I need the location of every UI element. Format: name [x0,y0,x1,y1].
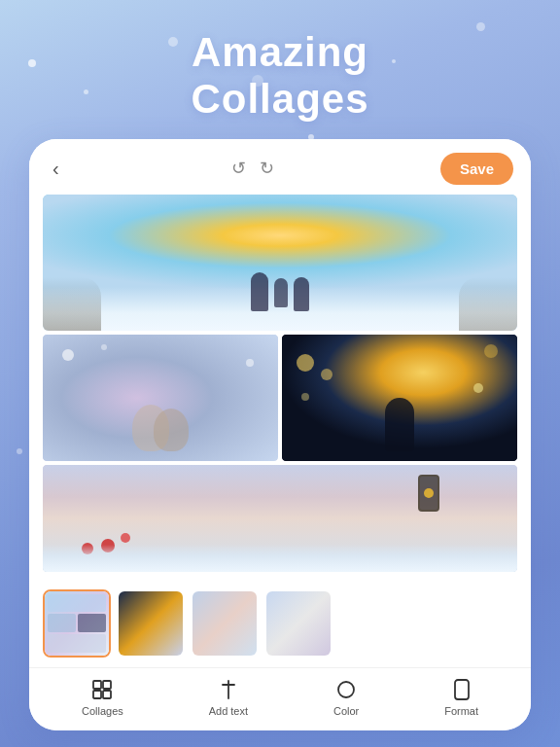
ornament-2 [121,533,130,543]
light-5 [301,393,309,401]
toolbar: ‹ ↺ ↻ Save [29,139,531,195]
back-button[interactable]: ‹ [47,156,65,182]
person-silhouette [385,398,414,451]
bokeh-1 [62,349,74,361]
nav-label-collages: Collages [82,705,123,717]
svg-rect-3 [103,691,111,698]
nav-label-color: Color [333,705,359,717]
nav-item-format[interactable]: Format [444,678,478,717]
collage-row-bottom [43,465,517,572]
color-icon [334,678,358,701]
nav-label-add-text: Add text [209,705,248,717]
svg-point-6 [338,682,354,697]
thumb-inner-2 [119,591,183,656]
nav-label-format: Format [444,705,478,717]
photo-top [43,195,517,331]
light-1 [297,354,314,372]
collage-cell-mid-right[interactable] [282,335,517,461]
thumb-inner-3 [192,591,257,656]
app-card: ‹ ↺ ↻ Save [29,139,531,730]
svg-rect-1 [103,681,111,689]
nav-item-add-text[interactable]: Add text [209,678,248,717]
title-line2: Collages [191,76,368,122]
save-button[interactable]: Save [440,153,513,185]
undo-button[interactable]: ↺ [231,158,246,179]
faces-left [124,405,196,451]
svg-rect-7 [455,680,469,699]
collage-cell-mid-left[interactable] [43,335,278,461]
tree-left [43,277,101,331]
bokeh-3 [101,344,107,350]
collage-cell-top[interactable] [43,195,517,331]
bottom-nav: Collages Add text Color Format [29,667,531,730]
snow-ground [43,545,517,572]
collages-icon [90,678,114,701]
tree-right [459,277,517,331]
format-icon [450,678,473,701]
photo-mid-left [43,335,278,461]
photo-mid-right [282,335,517,461]
nav-item-color[interactable]: Color [333,678,359,717]
title-line1: Amazing [192,29,368,75]
thumb-inner-1 [45,591,109,656]
light-3 [484,344,498,358]
redo-button[interactable]: ↻ [260,158,274,179]
page-title: Amazing Collages [0,0,560,139]
bokeh-2 [246,359,254,367]
photo-bottom [43,465,517,572]
collage-row-mid [43,335,517,461]
lantern [418,475,439,512]
svg-rect-0 [93,681,101,689]
thumbnail-strip [29,582,531,667]
collage-cell-bottom[interactable] [43,465,517,572]
collage-area [29,195,531,582]
toolbar-left: ‹ [47,156,65,182]
people-silhouette [251,272,309,311]
nav-item-collages[interactable]: Collages [82,678,123,717]
thumbnail-3[interactable] [191,589,259,658]
thumbnail-2[interactable] [117,589,185,658]
add-text-icon [217,678,240,701]
thumbnail-4[interactable] [264,589,332,658]
thumbnail-1[interactable] [43,589,111,658]
thumb-inner-4 [266,591,331,656]
light-2 [321,369,332,380]
svg-rect-2 [93,691,101,698]
light-4 [473,383,483,393]
collage-row-top [43,195,517,331]
toolbar-center: ↺ ↻ [231,158,274,179]
collage-grid [43,195,517,572]
